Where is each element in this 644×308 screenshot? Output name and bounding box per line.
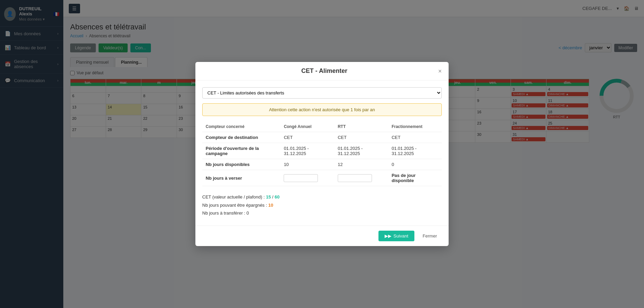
cell-frac-period: 01.01.2025 - 31.12.2025 [388, 143, 442, 159]
cell-rtt-period: 01.01.2025 - 31.12.2025 [334, 143, 388, 159]
modal-summary: CET (valeur actuelle / plafond) : 15 / 6… [202, 192, 442, 218]
cell-frac-dispo: 0 [388, 159, 442, 170]
cell-ca-verser [280, 170, 334, 186]
cell-rtt-dispo: 12 [334, 159, 388, 170]
input-rtt-verser[interactable] [338, 174, 372, 182]
label-nb-verser: Nb jours à verser [202, 170, 280, 186]
label-period: Période d'ouverture de la campagne [202, 143, 280, 159]
modal-close-button[interactable]: × [438, 68, 442, 74]
play-icon: ▶▶ [385, 233, 391, 239]
modal-type-select[interactable]: CET - Limites autorisées des transferts [202, 87, 442, 99]
input-ca-verser[interactable] [284, 174, 318, 182]
fermer-button[interactable]: Fermer [418, 231, 442, 241]
table-row-nb-verser: Nb jours à verser Pas de jour disponible [202, 170, 442, 186]
th-compteur-concerne: Compteur concerné [202, 121, 280, 132]
summary-savings-line: Nb jours pouvant être épargnés : 10 [202, 201, 442, 209]
cell-rtt-verser [334, 170, 388, 186]
table-row-destination: Compteur de destination CET CET CET [202, 132, 442, 143]
summary-transfer-line: Nb jours à transférer : 0 [202, 209, 442, 217]
modal-title: CET - Alimenter [210, 67, 438, 75]
th-rtt: RTT [334, 121, 388, 132]
modal-body: CET - Limites autorisées des transferts … [195, 80, 449, 225]
modal-footer: ▶▶ Suivant Fermer [195, 226, 449, 246]
cell-ca-period: 01.01.2025 - 31.12.2025 [280, 143, 334, 159]
suivant-button[interactable]: ▶▶ Suivant [378, 231, 414, 241]
th-conge-annuel: Congé Annuel [280, 121, 334, 132]
cell-ca-dest: CET [280, 132, 334, 143]
cell-ca-dispo: 10 [280, 159, 334, 170]
summary-cet-line: CET (valeur actuelle / plafond) : 15 / 6… [202, 193, 442, 201]
label-nb-dispo: Nb jours disponibles [202, 159, 280, 170]
modal-overlay: CET - Alimenter × CET - Limites autorisé… [0, 0, 644, 308]
cet-alimenter-modal: CET - Alimenter × CET - Limites autorisé… [195, 62, 449, 246]
th-fractionnement: Fractionnement [388, 121, 442, 132]
modal-warning: Attention cette action n'est autorisée q… [202, 103, 442, 116]
cell-frac-dest: CET [388, 132, 442, 143]
cell-rtt-dest: CET [334, 132, 388, 143]
label-destination: Compteur de destination [202, 132, 280, 143]
modal-header: CET - Alimenter × [195, 62, 449, 80]
table-row-nb-dispo: Nb jours disponibles 10 12 0 [202, 159, 442, 170]
modal-data-table: Compteur concerné Congé Annuel RTT Fract… [202, 121, 442, 186]
cell-frac-verser: Pas de jour disponible [388, 170, 442, 186]
table-row-period: Période d'ouverture de la campagne 01.01… [202, 143, 442, 159]
